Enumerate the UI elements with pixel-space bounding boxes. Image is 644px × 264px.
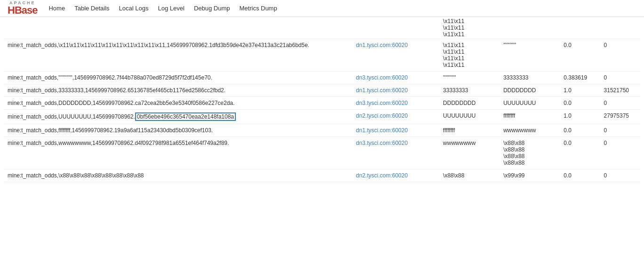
nav-local-logs[interactable]: Local Logs [119, 5, 149, 12]
partial-server-cell [352, 17, 439, 39]
nav-metrics-dump[interactable]: Metrics Dump [240, 5, 277, 12]
server-cell: dn1.tysci.com:60020 [352, 84, 439, 97]
server-cell: dn1.tysci.com:60020 [352, 39, 439, 72]
nav-links: Home Table Details Local Logs Log Level … [48, 5, 277, 12]
table-row: \x11\x11 \x11\x11 \x11\x11 [4, 17, 640, 39]
row-key-highlighted: 0bf56ebe496c365470eaa2e148fa108a [135, 112, 236, 121]
server-link[interactable]: dn3.tysci.com:60020 [356, 74, 408, 81]
regions-table: \x11\x11 \x11\x11 \x11\x11 mine:t_match_… [4, 17, 640, 182]
requests-cell: 0 [600, 39, 640, 72]
requests-cell: 0 [600, 72, 640, 84]
requests-cell: 27975375 [600, 110, 640, 124]
startkey-cell: ffffffff [439, 124, 499, 137]
startkey-cell: 33333333 [439, 84, 499, 97]
requests-cell: 31521750 [600, 84, 640, 97]
endkey-cell: \x88\x88 \x88\x88 \x88\x88 \x88\x88 [499, 137, 560, 169]
startkey-cell: \x88\x88 [439, 169, 499, 182]
table-row: mine:t_match_odds,\x88\x88\x88\x88\x88\x… [4, 169, 640, 182]
table-row: mine:t_match_odds,wwwwwwww,1456999708962… [4, 137, 640, 169]
requests-cell: 0 [600, 137, 640, 169]
row-key-cell: mine:t_match_odds,33333333,1456999708962… [4, 84, 352, 97]
logo: APACHE HBase [8, 1, 37, 16]
nav-home[interactable]: Home [48, 5, 65, 12]
size-cell: 0.0 [560, 97, 600, 110]
server-cell: dn3.tysci.com:60020 [352, 137, 439, 169]
server-link[interactable]: dn2.tysci.com:60020 [356, 112, 408, 119]
size-cell: 0.0 [560, 39, 600, 72]
table-row: mine:t_match_odds,DDDDDDDD,1456999708962… [4, 97, 640, 110]
startkey-cell: \x11\x11 \x11\x11 \x11\x11 \x11\x11 [439, 39, 499, 72]
table-row: mine:t_match_odds,\x11\x11\x11\x11\x11\x… [4, 39, 640, 72]
endkey-cell: ffffffff [499, 110, 560, 124]
requests-cell: 0 [600, 124, 640, 137]
server-cell: dn2.tysci.com:60020 [352, 169, 439, 182]
partial-row-cell [4, 17, 352, 39]
size-cell: 0.0 [560, 124, 600, 137]
table-row: mine:t_match_odds,UUUUUUUU,1456999708962… [4, 110, 640, 124]
row-key-cell: mine:t_match_odds,\x11\x11\x11\x11\x11\x… [4, 39, 352, 72]
server-link[interactable]: dn1.tysci.com:60020 [356, 87, 408, 94]
size-cell: 1.0 [560, 84, 600, 97]
logo-hbase-text: HBase [8, 5, 37, 16]
endkey-cell: \x99\x99 [499, 169, 560, 182]
table-row: mine:t_match_odds,33333333,1456999708962… [4, 84, 640, 97]
row-key-cell: mine:t_match_odds,ffffffff,1456999708962… [4, 124, 352, 137]
nav-debug-dump[interactable]: Debug Dump [194, 5, 230, 12]
endkey-cell: DDDDDDDD [499, 84, 560, 97]
endkey-cell: '''''''''''' [499, 39, 560, 72]
size-cell: 0.0 [560, 137, 600, 169]
size-cell: 0.0 [560, 169, 600, 182]
row-key-cell: mine:t_match_odds,DDDDDDDD,1456999708962… [4, 97, 352, 110]
startkey-cell: wwwwwwww [439, 137, 499, 169]
partial-endkey-cell [499, 17, 560, 39]
server-cell: dn3.tysci.com:60020 [352, 97, 439, 110]
row-key-cell: mine:t_match_odds,''''''''''''',14569997… [4, 72, 352, 84]
server-link[interactable]: dn3.tysci.com:60020 [356, 140, 408, 146]
startkey-cell: '''''''''''' [439, 72, 499, 84]
row-key-cell: mine:t_match_odds,UUUUUUUU,1456999708962… [4, 110, 352, 124]
server-link[interactable]: dn1.tysci.com:60020 [356, 127, 408, 134]
server-link[interactable]: dn3.tysci.com:60020 [356, 100, 408, 106]
size-cell: 1.0 [560, 110, 600, 124]
partial-size-cell [560, 17, 600, 39]
startkey-cell: UUUUUUUU [439, 110, 499, 124]
endkey-cell: UUUUUUUU [499, 97, 560, 110]
navbar: APACHE HBase Home Table Details Local Lo… [0, 0, 644, 17]
requests-cell: 0 [600, 169, 640, 182]
server-cell: dn3.tysci.com:60020 [352, 72, 439, 84]
endkey-cell: wwwwwwww [499, 124, 560, 137]
server-link[interactable]: dn2.tysci.com:60020 [356, 172, 408, 179]
content-area: \x11\x11 \x11\x11 \x11\x11 mine:t_match_… [0, 17, 644, 182]
row-key-cell: mine:t_match_odds,wwwwwwww,1456999708962… [4, 137, 352, 169]
nav-log-level[interactable]: Log Level [158, 5, 185, 12]
table-row: mine:t_match_odds,''''''''''''',14569997… [4, 72, 640, 84]
server-cell: dn1.tysci.com:60020 [352, 124, 439, 137]
row-key-cell: mine:t_match_odds,\x88\x88\x88\x88\x88\x… [4, 169, 352, 182]
server-cell: dn2.tysci.com:60020 [352, 110, 439, 124]
partial-startkey-cell: \x11\x11 \x11\x11 \x11\x11 [439, 17, 499, 39]
endkey-cell: 33333333 [499, 72, 560, 84]
partial-requests-cell [600, 17, 640, 39]
server-link[interactable]: dn1.tysci.com:60020 [356, 42, 408, 48]
size-cell: 0.383619 [560, 72, 600, 84]
startkey-cell: DDDDDDDD [439, 97, 499, 110]
nav-table-details[interactable]: Table Details [74, 5, 109, 12]
table-row: mine:t_match_odds,ffffffff,1456999708962… [4, 124, 640, 137]
row-key-prefix: mine:t_match_odds,UUUUUUUU,1456999708962… [8, 113, 135, 120]
requests-cell: 0 [600, 97, 640, 110]
